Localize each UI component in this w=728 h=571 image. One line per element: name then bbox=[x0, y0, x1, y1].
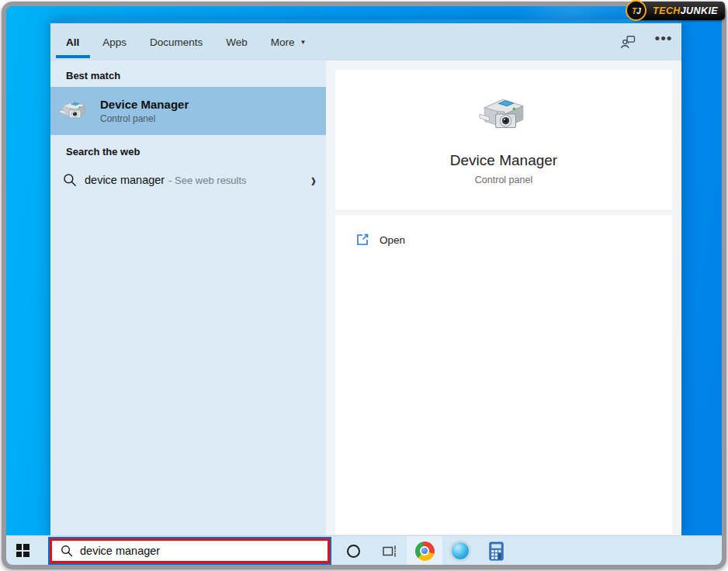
windows-start-icon bbox=[16, 544, 29, 557]
best-match-result-device-manager[interactable]: Device Manager Control panel bbox=[50, 87, 326, 135]
taskbar-icons bbox=[335, 536, 514, 566]
calculator-button[interactable] bbox=[478, 536, 514, 566]
calculator-icon bbox=[487, 542, 505, 561]
best-match-header: Best match bbox=[66, 70, 120, 81]
device-manager-icon bbox=[59, 96, 88, 126]
tab-more[interactable]: More ▼ bbox=[271, 23, 307, 61]
wordmark-tech: TECH bbox=[653, 5, 681, 16]
best-match-subtitle: Control panel bbox=[100, 113, 189, 124]
tab-web[interactable]: Web bbox=[226, 23, 248, 61]
desktop-wallpaper: All Apps Documents Web More ▼ bbox=[2, 2, 726, 569]
ellipsis-glyph: ••• bbox=[655, 35, 673, 49]
tab-documents[interactable]: Documents bbox=[150, 23, 203, 61]
task-view-button[interactable] bbox=[371, 536, 407, 566]
taskbar bbox=[6, 535, 722, 565]
cortana-circle-icon bbox=[347, 545, 360, 558]
search-icon bbox=[63, 173, 77, 187]
screenshot-stage: All Apps Documents Web More ▼ bbox=[0, 0, 728, 571]
panel-header-icons: ••• bbox=[610, 23, 681, 61]
best-match-title: Device Manager bbox=[100, 98, 189, 111]
search-web-header: Search the web bbox=[66, 146, 140, 157]
open-external-icon bbox=[355, 233, 369, 247]
taskbar-search-input[interactable] bbox=[80, 545, 297, 557]
search-icon bbox=[61, 545, 73, 557]
open-action[interactable]: Open bbox=[335, 224, 672, 255]
techjunkie-wordmark: TECHJUNKIE bbox=[653, 5, 718, 16]
techjunkie-logo: TJ TECHJUNKIE bbox=[632, 2, 725, 20]
more-options-icon[interactable]: ••• bbox=[646, 23, 681, 61]
chevron-down-icon: ▼ bbox=[300, 39, 307, 46]
detail-card-hero: Device Manager Control panel bbox=[335, 70, 672, 209]
web-results-suffix: - See web results bbox=[168, 175, 246, 186]
techjunkie-badge-icon: TJ bbox=[626, 0, 647, 21]
start-search-panel: All Apps Documents Web More ▼ bbox=[50, 19, 681, 535]
detail-column: Device Manager Control panel bbox=[326, 61, 681, 535]
detail-card: Device Manager Control panel bbox=[335, 70, 672, 534]
device-manager-icon bbox=[478, 90, 529, 141]
blue-sphere-app-button[interactable] bbox=[442, 536, 478, 566]
task-view-icon bbox=[381, 543, 397, 559]
detail-subtitle: Control panel bbox=[475, 175, 532, 185]
detail-actions: Open bbox=[335, 215, 672, 534]
taskbar-search-box-annotated[interactable] bbox=[50, 538, 330, 563]
badge-letter-j: J bbox=[636, 6, 640, 16]
search-tab-bar: All Apps Documents Web More ▼ bbox=[50, 23, 681, 61]
chrome-button[interactable] bbox=[407, 536, 442, 566]
open-action-label: Open bbox=[380, 234, 405, 246]
tab-more-label: More bbox=[271, 36, 295, 48]
card-divider bbox=[335, 209, 672, 215]
chevron-right-icon[interactable]: › bbox=[311, 170, 316, 190]
feedback-icon[interactable] bbox=[610, 23, 646, 61]
panel-body: Best match bbox=[50, 61, 681, 535]
results-column: Best match bbox=[50, 61, 326, 535]
web-search-result[interactable]: device manager - See web results › bbox=[50, 165, 326, 195]
best-match-texts: Device Manager Control panel bbox=[100, 98, 189, 124]
detail-title: Device Manager bbox=[450, 152, 557, 169]
web-query-text: device manager bbox=[85, 174, 165, 186]
cortana-button[interactable] bbox=[335, 536, 371, 566]
tab-all[interactable]: All bbox=[66, 23, 79, 61]
chrome-icon bbox=[415, 542, 435, 561]
tab-apps[interactable]: Apps bbox=[102, 23, 127, 61]
blue-sphere-app-icon bbox=[452, 542, 469, 559]
start-button[interactable] bbox=[6, 536, 39, 565]
wordmark-junkie: JUNKIE bbox=[681, 5, 718, 16]
